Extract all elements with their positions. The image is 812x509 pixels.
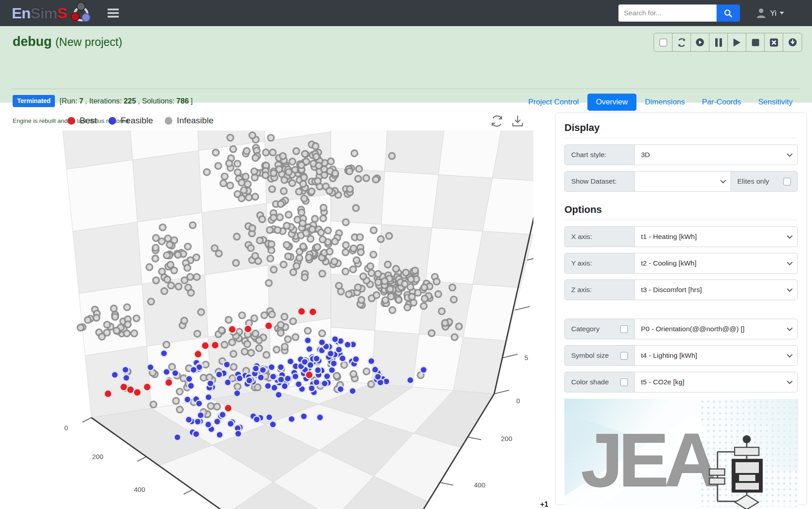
chevron-down-icon [720,178,726,184]
search-button[interactable] [717,5,740,22]
symbol-size-row: Symbol size t4 - Lighting [kWh] [564,345,798,366]
search-input[interactable] [618,5,717,22]
tab-project-control[interactable]: Project Control [519,94,587,111]
user-menu[interactable]: Yi [755,7,784,19]
chevron-down-icon [787,325,793,331]
stop-button[interactable] [746,33,765,51]
divider [564,138,798,138]
hamburger-menu-icon[interactable] [108,7,119,20]
view-tabs: Project Control Overview Dimensions Par-… [519,94,801,111]
play-button[interactable] [728,33,746,51]
tab-overview[interactable]: Overview [587,94,636,111]
status-text: [Run:7, Iterations:225, Solutions:786] [59,97,193,105]
pause-button[interactable] [709,33,728,51]
show-dataset-row: Show Dataset: Elites only [564,171,798,192]
chart-style-row: Chart style: 3D [564,144,798,165]
iteration-count: 225 [124,97,136,105]
refresh-icon [677,38,686,47]
chevron-down-icon [787,378,793,384]
select-checkbox-button[interactable] [654,33,672,51]
x-square-icon [770,38,778,47]
svg-text:0: 0 [64,424,68,432]
legend-item-feasible: Feasible [108,116,153,126]
best-dot-icon [68,117,75,125]
axis-exponent-label: +1 [540,500,548,509]
x-axis-label: X axis: [564,226,635,247]
svg-text:400: 400 [134,486,145,493]
feasible-dot-icon [108,117,116,125]
solution-count: 786 [176,97,189,105]
logo-sim: Sim [30,5,57,21]
status-badge: Terminated [13,95,55,107]
run-toolbar [654,33,802,52]
stop-icon [752,39,759,46]
chevron-down-icon [787,286,793,292]
logo-s: S [57,5,67,21]
chevron-down-icon [787,151,793,157]
svg-text:400: 400 [474,481,485,489]
elites-only-checkbox[interactable] [783,178,791,185]
show-dataset-select[interactable] [635,171,731,192]
project-subtitle: (New project) [55,36,122,48]
logo-en: En [12,5,30,21]
z-axis-row: Z axis: t3 - Discomfort [hrs] [564,279,798,300]
jea-logo: JEA Online Parametrics and Optimisation … [564,399,798,509]
infeasible-dot-icon [165,117,172,125]
tab-sensitivity[interactable]: Sensitivity [749,94,801,111]
y-axis-row: Y axis: t2 - Cooling [kWh] [564,253,798,274]
pause-icon [715,38,722,47]
page-title: debug(New project) [13,34,122,49]
x-axis-row: X axis: t1 - Heating [kWh] [564,226,798,247]
options-section-title: Options [564,204,798,216]
x-axis-select[interactable]: t1 - Heating [kWh] [635,226,798,247]
play-icon [733,38,741,47]
category-select[interactable]: P0 - Orientation(@@north@@) [] [635,319,798,339]
chart-refresh-button[interactable] [490,113,504,131]
flowchart-icon [704,434,771,509]
download-results-button[interactable] [783,33,802,51]
color-shade-checkbox[interactable] [620,378,628,386]
symbol-size-select[interactable]: t4 - Lighting [kWh] [635,345,798,366]
ensims-logo[interactable]: EnSimS [12,2,92,24]
chart-legend: Best Feasible Infeasible [68,113,225,129]
molecule-icon [70,2,92,24]
tab-dimensions[interactable]: Dimensions [636,94,694,111]
jea-wordmark: JEA [581,422,714,498]
header-divider [12,89,800,89]
scatter3d-chart[interactable]: 020040020040005 [29,131,533,509]
divider [564,220,798,220]
project-name: debug [13,34,52,49]
user-name: Yi [770,9,776,18]
y-axis-label: Y axis: [564,253,635,274]
status-row: Terminated [Run:7, Iterations:225, Solut… [13,95,193,107]
download-icon [510,113,525,129]
category-checkbox[interactable] [620,325,628,333]
search-group [618,5,740,22]
checkbox-icon [659,39,667,46]
svg-text:200: 200 [501,435,512,442]
color-shade-select[interactable]: t5 - CO2e [kg] [635,372,798,392]
run-count: 7 [79,97,83,105]
chart-style-select[interactable]: 3D [635,144,798,165]
color-shade-row: Color shade t5 - CO2e [kg] [564,372,798,392]
search-icon [724,9,732,18]
chevron-down-icon [780,12,784,14]
legend-item-best: Best [68,116,97,126]
symbol-size-checkbox[interactable] [620,352,628,360]
legend-item-infeasible: Infeasible [165,116,213,126]
control-panel: Display Chart style: 3D Show Dataset: El… [555,113,807,505]
refresh-button[interactable] [672,33,691,51]
z-axis-label: Z axis: [564,279,635,300]
z-axis-select[interactable]: t3 - Discomfort [hrs] [635,279,798,300]
play-circle-button[interactable] [691,33,709,51]
chart-download-button[interactable] [510,113,525,131]
person-icon [755,7,767,19]
chevron-down-icon [787,352,793,358]
show-dataset-label: Show Dataset: [564,171,635,192]
elites-only-cell: Elites only [731,171,798,192]
category-label: Category [564,319,635,339]
tab-par-coords[interactable]: Par-Coords [694,94,750,111]
svg-text:0: 0 [516,397,520,405]
y-axis-select[interactable]: t2 - Cooling [kWh] [635,253,798,274]
terminate-button[interactable] [765,33,783,51]
